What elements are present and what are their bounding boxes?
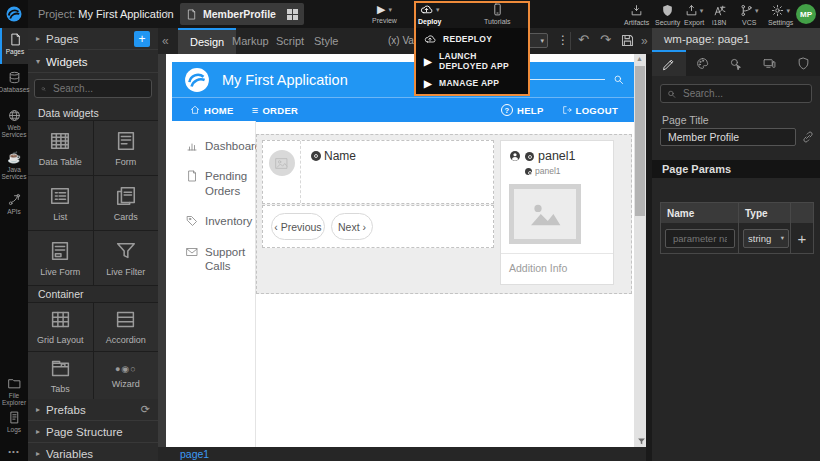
panel1-image-placeholder[interactable] — [509, 184, 581, 244]
redeploy-cloud-icon — [424, 33, 436, 45]
widget-search[interactable] — [34, 79, 152, 98]
page-title-label: Page Title — [662, 114, 709, 126]
section-pages[interactable]: ▸ Pages + — [28, 28, 158, 50]
rail-item-databases[interactable]: Databases — [0, 66, 28, 102]
member-picture-placeholder[interactable] — [269, 150, 295, 176]
collapse-left-panel-icon[interactable]: « — [162, 34, 169, 48]
launch-label: LAUNCH DEPLOYED APP — [439, 51, 528, 71]
properties-search[interactable] — [660, 84, 812, 103]
tab-devices[interactable] — [753, 50, 787, 76]
next-button[interactable]: Next › — [331, 213, 373, 240]
open-file-tab[interactable]: MemberProfile — [180, 3, 304, 25]
top-bar: Project: My First Application › MemberPr… — [0, 0, 820, 28]
param-type-select[interactable]: string ▾ — [743, 229, 789, 248]
app-nav-inventory[interactable]: Inventory — [186, 214, 256, 228]
tab-inspect[interactable] — [719, 50, 753, 76]
user-avatar[interactable]: MP — [796, 4, 816, 24]
widget-tabs[interactable]: Tabs — [28, 352, 93, 400]
bottom-filter-icon[interactable] — [637, 437, 646, 446]
member-card[interactable]: Name — [262, 140, 494, 204]
panel1-subtitle: panel1 — [535, 166, 561, 176]
app-search-icon[interactable] — [613, 74, 624, 85]
rail-item-java-services[interactable]: ☕ Java Services — [0, 146, 28, 186]
param-name-input[interactable] — [665, 229, 735, 248]
wavemaker-logo[interactable] — [0, 0, 28, 28]
bind-link-icon[interactable] — [802, 131, 814, 143]
project-name[interactable]: My First Application — [78, 8, 173, 20]
i18n-label: i18N — [712, 19, 726, 26]
app-nav-dashboard[interactable]: Dashboard — [186, 139, 256, 153]
live-form-icon — [49, 240, 71, 262]
nav-order[interactable]: ≡ORDER — [252, 104, 299, 116]
save-icon[interactable] — [620, 33, 635, 48]
menu-item-redeploy[interactable]: REDEPLOY — [416, 28, 528, 50]
canvas-scrollbar[interactable]: ▲ — [634, 54, 646, 447]
page-tab[interactable]: page1 — [180, 448, 209, 460]
scrollbar-up-icon[interactable]: ▲ — [636, 55, 643, 62]
widget-accordion[interactable]: Accordion — [94, 303, 159, 351]
tab-style[interactable]: Style — [302, 28, 350, 54]
i18n-button[interactable]: i18N — [712, 4, 726, 26]
prefabs-refresh-icon[interactable]: ⟳ — [141, 403, 150, 416]
widget-wizard[interactable]: ●◉○Wizard — [94, 352, 159, 400]
page-title-input[interactable] — [660, 128, 796, 146]
canvas-scrollbar-thumb[interactable] — [635, 66, 645, 216]
file-icon — [186, 9, 197, 20]
vcs-button[interactable]: ▾ VCS — [740, 4, 759, 26]
undo-icon[interactable]: ↶ — [578, 32, 589, 47]
nav-logout[interactable]: LOGOUT — [562, 105, 618, 116]
export-button[interactable]: ▾ Export — [684, 4, 704, 26]
widget-live-filter-label: Live Filter — [106, 267, 145, 277]
security-label: Security — [655, 19, 680, 26]
section-widgets[interactable]: ▾ Widgets — [28, 51, 158, 73]
tutorials-button[interactable]: Tutorials — [484, 3, 511, 25]
add-param-button[interactable]: + — [798, 230, 807, 247]
dashboard-grid-icon[interactable] — [287, 9, 298, 20]
section-prefabs[interactable]: ▸ Prefabs ⟳ — [28, 399, 158, 421]
nav-home[interactable]: HOME — [190, 105, 234, 116]
member-picture-cell[interactable] — [263, 141, 301, 203]
menu-item-launch-deployed-app[interactable]: ▶ LAUNCH DEPLOYED APP — [416, 50, 528, 72]
rail-item-logs[interactable]: Logs — [0, 406, 28, 438]
settings-button[interactable]: ▾ Settings — [768, 4, 793, 26]
rail-item-apis[interactable]: APIs — [0, 188, 28, 222]
rail-item-pages[interactable]: Pages — [0, 28, 28, 64]
tab-styles[interactable] — [686, 50, 720, 76]
rail-item-file-explorer[interactable]: File Explorer — [0, 372, 28, 410]
app-header[interactable]: My First Application — [172, 62, 634, 97]
section-page-structure[interactable]: ▸ Page Structure — [28, 421, 158, 443]
rail-more-button[interactable]: ••• — [0, 442, 28, 458]
kebab-menu-icon[interactable]: ⋮ — [557, 33, 569, 47]
section-variables[interactable]: ▸ Variables — [28, 443, 158, 461]
widget-live-filter[interactable]: Live Filter — [94, 231, 159, 285]
panel1-widget[interactable]: panel1 panel1 Addition Info — [500, 140, 614, 285]
redo-icon[interactable]: ↷ — [600, 32, 611, 47]
widget-search-input[interactable] — [51, 82, 145, 95]
pagination-bar: ‹ Previous Next › — [262, 205, 494, 248]
widget-list[interactable]: List — [28, 176, 93, 230]
name-label-widget[interactable]: Name — [311, 149, 356, 163]
design-canvas[interactable]: My First Application HOME ≡ORDER ?HELP L… — [166, 54, 634, 447]
artifacts-button[interactable]: Artifacts — [624, 4, 649, 26]
menu-item-manage-app[interactable]: ▶ MANAGE APP — [416, 72, 528, 94]
nav-help[interactable]: ?HELP — [501, 104, 544, 116]
previous-button[interactable]: ‹ Previous — [271, 213, 325, 240]
widget-form[interactable]: Form — [94, 121, 159, 175]
rail-item-web-services[interactable]: Web Services — [0, 104, 28, 144]
app-nav-support-calls[interactable]: Support Calls — [186, 245, 256, 274]
preview-button[interactable]: ▶▾ Preview — [372, 4, 397, 24]
deploy-button[interactable]: ▾ Deploy — [418, 3, 441, 25]
widget-live-form[interactable]: Live Form — [28, 231, 93, 285]
widget-data-table[interactable]: Data Table — [28, 121, 93, 175]
tab-properties[interactable] — [652, 50, 686, 76]
widget-cards[interactable]: Cards — [94, 176, 159, 230]
security-button[interactable]: Security — [655, 4, 680, 26]
app-nav-pending-orders[interactable]: Pending Orders — [186, 169, 256, 198]
properties-search-input[interactable] — [681, 87, 805, 100]
widget-grid-layout[interactable]: Grid Layout — [28, 303, 93, 351]
order-list-icon: ≡ — [252, 104, 259, 116]
tab-security[interactable] — [786, 50, 820, 76]
panel1-header[interactable]: panel1 — [501, 141, 613, 163]
expand-right-panel-icon[interactable]: » — [641, 34, 648, 48]
add-page-button[interactable]: + — [134, 31, 150, 47]
